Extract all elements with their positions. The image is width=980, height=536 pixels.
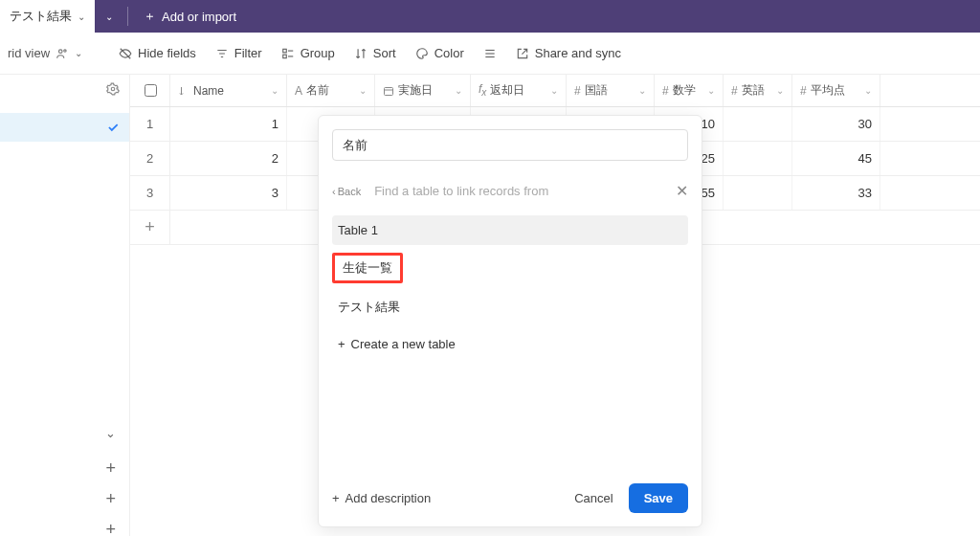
share-sync-button[interactable]: Share and sync xyxy=(506,40,631,66)
number-icon: # xyxy=(800,84,807,98)
group-icon xyxy=(281,47,295,60)
chevron-down-icon[interactable]: ⌄ xyxy=(707,85,715,96)
cell-name[interactable]: 3 xyxy=(170,176,287,210)
table-options-list: Table 1 生徒一覧 テスト結果 + Create a new table xyxy=(332,215,688,359)
table-search-row: ‹ Back ✕ xyxy=(332,182,688,200)
table-option-results[interactable]: テスト結果 xyxy=(332,291,688,324)
chevron-down-icon[interactable]: ⌄ xyxy=(776,85,784,96)
chevron-down-icon: ⌄ xyxy=(75,48,82,58)
filter-label: Filter xyxy=(234,46,262,60)
add-or-import-label: Add or import xyxy=(162,10,236,24)
column-label: 返却日 xyxy=(490,82,524,99)
column-header-eng[interactable]: # 英語 ⌄ xyxy=(724,75,792,106)
filter-button[interactable]: Filter xyxy=(206,40,272,66)
svg-point-0 xyxy=(59,49,63,53)
people-icon xyxy=(56,47,69,60)
share-icon xyxy=(516,47,529,60)
chevron-down-icon[interactable]: ⌄ xyxy=(271,85,278,96)
check-icon xyxy=(106,121,120,134)
row-height-button[interactable] xyxy=(474,41,506,66)
filter-icon xyxy=(215,47,229,60)
group-button[interactable]: Group xyxy=(272,40,345,66)
svg-point-10 xyxy=(111,87,115,91)
create-new-table-label: Create a new table xyxy=(351,337,456,351)
chevron-down-icon[interactable]: ⌄ xyxy=(359,85,367,96)
cell-name[interactable]: 2 xyxy=(170,142,287,175)
plus-icon: + xyxy=(332,491,340,505)
group-label: Group xyxy=(301,46,335,60)
text-icon: A xyxy=(295,84,302,98)
table-option-students[interactable]: 生徒一覧 xyxy=(332,253,403,283)
plus-icon: + xyxy=(338,337,345,351)
column-label: 国語 xyxy=(585,82,608,99)
back-label: Back xyxy=(338,186,361,197)
add-description-button[interactable]: + Add description xyxy=(332,491,431,505)
plus-icon[interactable]: + xyxy=(105,489,116,509)
formula-icon: fx xyxy=(479,82,486,98)
popup-footer: + Add description Cancel Save xyxy=(332,483,688,513)
cancel-button[interactable]: Cancel xyxy=(574,491,612,505)
create-new-table-button[interactable]: + Create a new table xyxy=(332,329,688,359)
cell-avg[interactable]: 33 xyxy=(792,176,880,210)
add-or-import-button[interactable]: ＋ Add or import xyxy=(132,8,248,25)
chevron-down-icon[interactable]: ⌄ xyxy=(864,85,872,96)
cell-eng[interactable] xyxy=(724,176,792,210)
checkbox[interactable] xyxy=(145,84,157,97)
view-name-label: rid view xyxy=(8,46,50,60)
hide-fields-button[interactable]: Hide fields xyxy=(109,40,206,66)
row-number: 3 xyxy=(130,176,170,210)
column-label: 英語 xyxy=(742,82,765,99)
column-header-jp[interactable]: # 国語 ⌄ xyxy=(567,75,655,106)
number-icon: # xyxy=(731,84,738,98)
chevron-down-icon[interactable]: ⌄ xyxy=(638,85,646,96)
chevron-down-icon[interactable]: ⌄ xyxy=(78,11,85,22)
sort-icon xyxy=(178,85,189,97)
color-icon xyxy=(415,47,429,60)
color-button[interactable]: Color xyxy=(406,40,474,66)
cell-eng[interactable] xyxy=(724,142,792,175)
tab-secondary[interactable]: ⌄ xyxy=(95,11,123,22)
gear-icon[interactable] xyxy=(106,82,120,96)
row-number: 1 xyxy=(130,107,170,141)
column-label: 名前 xyxy=(306,82,329,99)
cell-avg[interactable]: 45 xyxy=(792,142,880,175)
number-icon: # xyxy=(574,84,581,98)
column-header-return[interactable]: fx 返却日 ⌄ xyxy=(471,75,567,106)
table-option-table1[interactable]: Table 1 xyxy=(332,215,688,245)
share-sync-label: Share and sync xyxy=(535,46,621,60)
table-search-input[interactable] xyxy=(372,183,670,199)
top-tab-bar: テスト結果 ⌄ ⌄ ＋ Add or import xyxy=(0,0,980,33)
row-number: 2 xyxy=(130,142,170,175)
column-header-math[interactable]: # 数学 ⌄ xyxy=(655,75,724,106)
back-button[interactable]: ‹ Back xyxy=(332,186,361,197)
divider xyxy=(127,7,128,26)
column-label: 実施日 xyxy=(398,82,433,99)
chevron-down-icon[interactable]: ⌄ xyxy=(550,85,558,96)
plus-icon[interactable]: + xyxy=(105,458,116,479)
field-name-input[interactable] xyxy=(332,129,688,161)
cell-eng[interactable] xyxy=(724,107,792,141)
column-label: 平均点 xyxy=(811,82,845,99)
chevron-down-icon[interactable]: ⌄ xyxy=(455,85,462,96)
hide-fields-label: Hide fields xyxy=(138,46,196,60)
sidebar-view-item[interactable] xyxy=(0,113,129,142)
grid-header-row: Name ⌄ A 名前 ⌄ 実施日 ⌄ fx 返却日 ⌄ # 国語 ⌄ xyxy=(130,75,980,107)
column-header-name2[interactable]: A 名前 ⌄ xyxy=(287,75,375,106)
tab-active[interactable]: テスト結果 ⌄ xyxy=(0,0,95,33)
add-description-label: Add description xyxy=(345,491,432,505)
tab-active-label: テスト結果 xyxy=(10,8,72,25)
save-button[interactable]: Save xyxy=(629,483,688,513)
column-header-date[interactable]: 実施日 ⌄ xyxy=(375,75,471,106)
close-icon[interactable]: ✕ xyxy=(676,182,688,200)
chevron-down-icon[interactable]: ⌄ xyxy=(105,426,116,440)
plus-icon[interactable]: + xyxy=(105,520,116,536)
column-header-name[interactable]: Name ⌄ xyxy=(170,75,287,106)
cell-avg[interactable]: 30 xyxy=(792,107,880,141)
view-selector[interactable]: rid view ⌄ xyxy=(0,46,90,60)
sidebar: ⌄ + + + xyxy=(0,75,130,536)
select-all-checkbox[interactable] xyxy=(130,75,170,106)
chevron-down-icon: ⌄ xyxy=(105,11,113,22)
column-header-avg[interactable]: # 平均点 ⌄ xyxy=(792,75,880,106)
cell-name[interactable]: 1 xyxy=(170,107,287,141)
sort-button[interactable]: Sort xyxy=(345,40,406,66)
